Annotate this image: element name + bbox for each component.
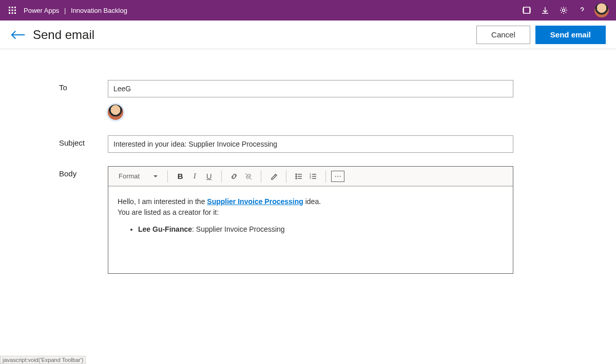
cancel-button[interactable]: Cancel <box>476 26 530 44</box>
to-input[interactable] <box>108 80 513 97</box>
numbered-list-icon[interactable]: 123 <box>306 169 320 184</box>
to-label: To <box>0 80 108 122</box>
body-label: Body <box>0 166 108 274</box>
underline-button[interactable]: U <box>202 169 216 184</box>
unlink-icon[interactable] <box>241 169 256 184</box>
status-bar: javascript:void('Expand Toolbar') <box>0 356 86 364</box>
body-line2: You are listed as a creator for it: <box>118 207 504 218</box>
editor-toolbar: Format B I U <box>108 167 513 186</box>
svg-point-12 <box>296 178 297 179</box>
email-form: To Subject Body Format <box>0 49 616 274</box>
clear-format-icon[interactable] <box>266 169 281 184</box>
svg-rect-6 <box>9 12 10 14</box>
recipient-avatar[interactable] <box>108 105 123 120</box>
back-arrow-icon[interactable] <box>10 29 26 41</box>
subject-input[interactable] <box>108 135 513 153</box>
creator-list-item: Lee Gu-Finance: Supplier Invoice Process… <box>138 224 504 235</box>
svg-point-10 <box>296 174 297 175</box>
body-line1-pre: Hello, I am interested in the <box>118 197 207 206</box>
download-icon[interactable] <box>536 0 554 21</box>
idea-link[interactable]: Supplier Invoice Processing <box>207 197 303 206</box>
subject-label: Subject <box>0 135 108 153</box>
svg-point-9 <box>563 9 565 12</box>
product-name[interactable]: Power Apps <box>24 7 59 14</box>
chevron-down-icon <box>153 174 158 179</box>
global-topbar: Power Apps | Innovation Backlog <box>0 0 616 21</box>
italic-button[interactable]: I <box>187 169 202 184</box>
user-avatar[interactable] <box>594 3 609 17</box>
fit-to-screen-icon[interactable] <box>517 0 536 21</box>
svg-rect-0 <box>9 7 10 8</box>
app-name[interactable]: Innovation Backlog <box>71 7 127 14</box>
recipient-chip-row <box>108 105 513 122</box>
svg-rect-5 <box>14 10 16 11</box>
bullet-list-icon[interactable] <box>292 169 306 184</box>
svg-point-11 <box>296 176 297 177</box>
rich-text-editor: Format B I U <box>108 166 513 274</box>
svg-text:3: 3 <box>310 176 311 179</box>
breadcrumb-separator: | <box>64 7 66 14</box>
more-options-button[interactable]: ··· <box>331 171 344 182</box>
page-title: Send email <box>33 28 94 42</box>
settings-gear-icon[interactable] <box>554 0 573 21</box>
svg-rect-4 <box>12 10 13 11</box>
body-line1-post: idea. <box>303 197 321 206</box>
send-email-button[interactable]: Send email <box>535 26 606 44</box>
bold-button[interactable]: B <box>173 169 187 184</box>
link-icon[interactable] <box>227 169 241 184</box>
help-icon[interactable] <box>573 0 591 21</box>
format-dropdown[interactable]: Format <box>114 172 162 180</box>
svg-rect-8 <box>14 12 16 14</box>
svg-rect-3 <box>9 10 10 11</box>
page-header: Send email Cancel Send email <box>0 21 616 49</box>
svg-rect-1 <box>12 7 13 8</box>
app-launcher-icon[interactable] <box>4 2 21 18</box>
svg-rect-2 <box>14 7 16 8</box>
brand-breadcrumb: Power Apps | Innovation Backlog <box>24 7 127 14</box>
editor-body[interactable]: Hello, I am interested in the Supplier I… <box>108 186 513 273</box>
svg-rect-7 <box>12 12 13 14</box>
